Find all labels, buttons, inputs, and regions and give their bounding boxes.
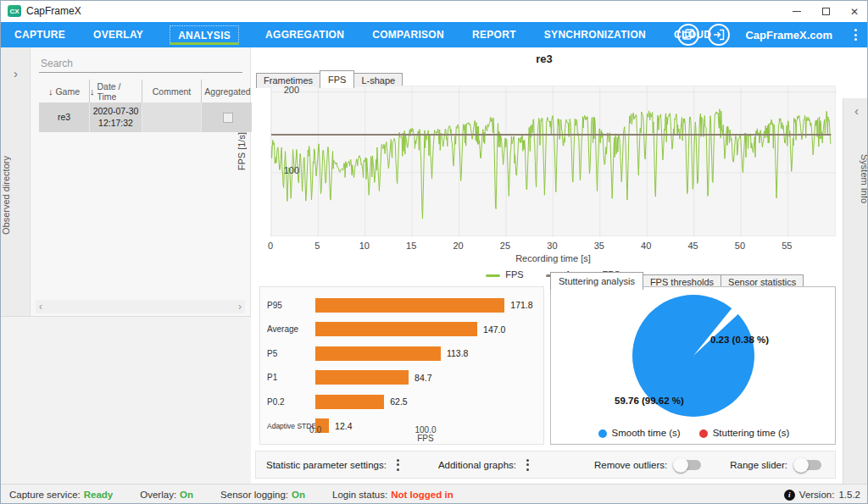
nav-tab-synchronization[interactable]: SYNCHRONIZATION (542, 25, 648, 45)
tab-stuttering-analysis[interactable]: Stuttering analysis (550, 272, 643, 290)
records-table: re32020-07-30 12:17:32 (39, 102, 254, 132)
legend-swatch (486, 274, 500, 277)
statistic-settings-kebab-icon[interactable] (395, 457, 401, 473)
main-navigation: CAPTUREOVERLAYANALYSISAGGREGATIONCOMPARI… (1, 22, 868, 47)
nav-tab-overlay[interactable]: OVERLAY (92, 25, 145, 45)
app-logo-icon: CX (8, 5, 21, 17)
legend-item-fps: FPS (486, 269, 523, 280)
fps-line-chart (270, 86, 836, 236)
record-aggregated-cell (202, 102, 254, 132)
maximize-button[interactable] (811, 1, 840, 22)
nav-tab-analysis[interactable]: ANALYSIS (170, 25, 239, 45)
stat-value: 171.8 (510, 300, 532, 310)
pie-legend: Smooth time (s)Stuttering time (s) (551, 428, 837, 438)
nav-tab-aggregation[interactable]: AGGREGATION (264, 25, 346, 45)
stat-value: 62.5 (390, 396, 407, 407)
record-datetime-cell[interactable]: 2020-07-30 12:17:32 (90, 102, 142, 132)
pie-legend-swatch (699, 429, 708, 438)
stat-bar-row-p1: P184.7 (260, 370, 543, 385)
expand-directory-chevron-icon[interactable]: › (1, 66, 31, 80)
scroll-left-icon[interactable]: ‹ (39, 302, 42, 312)
minimize-icon (793, 11, 801, 12)
status-capture-service-: Capture service:Ready (9, 490, 113, 500)
records-horizontal-scrollbar[interactable]: ‹ › (36, 300, 245, 313)
close-button[interactable]: ✕ (840, 1, 868, 22)
x-axis-tick-25: 25 (492, 241, 518, 251)
column-label: Aggregated (204, 86, 250, 97)
remove-outliers-label: Remove outliers: (594, 460, 667, 470)
scroll-right-icon[interactable]: › (238, 302, 242, 312)
tab-fps[interactable]: FPS (320, 70, 354, 88)
nav-tab-report[interactable]: REPORT (470, 25, 518, 45)
version-label: Version: (799, 490, 835, 500)
system-info-label: System Info (843, 128, 868, 230)
stat-bar (315, 395, 384, 409)
smooth-time-annotation: 59.76 (99.62 %) (615, 396, 684, 406)
pie-legend-item-smooth-time-s-: Smooth time (s) (598, 428, 681, 438)
observed-directory-label: Observed directory (1, 128, 31, 263)
nav-right-cluster: CapFrameX.com (677, 22, 868, 47)
analysis-area: re3 FrametimesFPSL-shape 200 100 FPS [1/… (252, 47, 868, 484)
statistic-parameter-settings-label: Statistic parameter settings: (266, 460, 387, 470)
stat-label: P1 (267, 373, 314, 382)
expand-system-info-chevron-icon[interactable]: ‹ (843, 103, 868, 118)
stat-label: P95 (267, 301, 314, 310)
capframex-com-link[interactable]: CapFrameX.com (745, 29, 832, 42)
minimize-button[interactable] (782, 1, 811, 22)
capframex-window: CX CapFrameX ✕ CAPTUREOVERLAYANALYSISAGG… (0, 0, 868, 504)
x-axis-tick-15: 15 (398, 241, 424, 251)
login-button[interactable] (708, 24, 730, 46)
record-game-cell[interactable]: re3 (39, 102, 90, 132)
title-bar: CX CapFrameX ✕ (1, 1, 868, 22)
fps-chart-canvas (271, 86, 837, 237)
x-axis-tick-50: 50 (727, 241, 753, 251)
stat-bar (315, 346, 441, 361)
column-header-game[interactable]: ↓Game (39, 80, 90, 102)
status-overlay-: Overlay:On (140, 490, 193, 500)
records-panel: ↓Game↓Date / TimeCommentAggregated re320… (31, 47, 251, 316)
additional-graphs-kebab-icon[interactable] (525, 457, 531, 473)
y-axis-label: FPS [1/s] (236, 132, 247, 170)
y-axis-tick-200: 200 (274, 85, 299, 95)
status-bar: Capture service:ReadyOverlay:OnSensor lo… (1, 484, 868, 504)
bar-x-tick-0.0: 0.0 (298, 425, 332, 435)
x-axis-tick-35: 35 (587, 241, 612, 251)
column-header-aggregated[interactable]: Aggregated (202, 80, 254, 102)
column-label: Date / Time (97, 81, 142, 102)
x-axis-tick-20: 20 (446, 241, 471, 251)
record-comment-cell[interactable] (142, 102, 202, 132)
bar-x-axis-label: FPS (409, 434, 442, 443)
x-axis-tick-40: 40 (633, 241, 659, 251)
close-icon: ✕ (850, 6, 859, 18)
nav-menu-kebab-icon[interactable] (853, 27, 859, 42)
stat-bar-row-p95: P95171.8 (260, 297, 543, 313)
pie-legend-swatch (598, 429, 607, 438)
search-input[interactable] (39, 54, 242, 73)
aggregated-checkbox[interactable] (223, 113, 233, 123)
system-info-rail: ‹ System Info (843, 98, 868, 484)
stat-label: Average (267, 324, 314, 334)
stat-value: 147.0 (483, 324, 505, 335)
range-slider-toggle[interactable] (796, 460, 821, 470)
x-axis-label: Recording time [s] (252, 253, 854, 263)
chart-settings-bar: Statistic parameter settings: Additional… (255, 451, 836, 479)
stat-bar-row-average: Average147.0 (260, 322, 543, 337)
x-axis-tick-10: 10 (352, 241, 377, 251)
remove-outliers-toggle[interactable] (676, 460, 701, 470)
nav-tab-capture[interactable]: CAPTURE (13, 25, 67, 45)
additional-graphs-label: Additional graphs: (438, 460, 516, 470)
stuttering-time-annotation: 0.23 (0.38 %) (710, 335, 769, 345)
info-icon: i (784, 490, 795, 501)
range-slider-label: Range slider: (730, 460, 787, 470)
description-form: Custom CPU description Custom GPU descri… (1, 316, 251, 484)
screenshot-button[interactable] (677, 24, 699, 46)
y-axis-tick-100: 100 (274, 165, 299, 175)
version-value: 1.5.2 (838, 490, 860, 500)
status-items: Capture service:ReadyOverlay:OnSensor lo… (9, 485, 453, 504)
column-header-comment[interactable]: Comment (142, 80, 202, 102)
column-header-date-time[interactable]: ↓Date / Time (90, 80, 142, 102)
stuttering-pie-chart: 0.23 (0.38 %) 59.76 (99.62 %) (551, 292, 837, 419)
nav-tab-comparison[interactable]: COMPARISON (370, 25, 446, 45)
stat-bar (315, 370, 409, 385)
maximize-icon (822, 8, 830, 15)
